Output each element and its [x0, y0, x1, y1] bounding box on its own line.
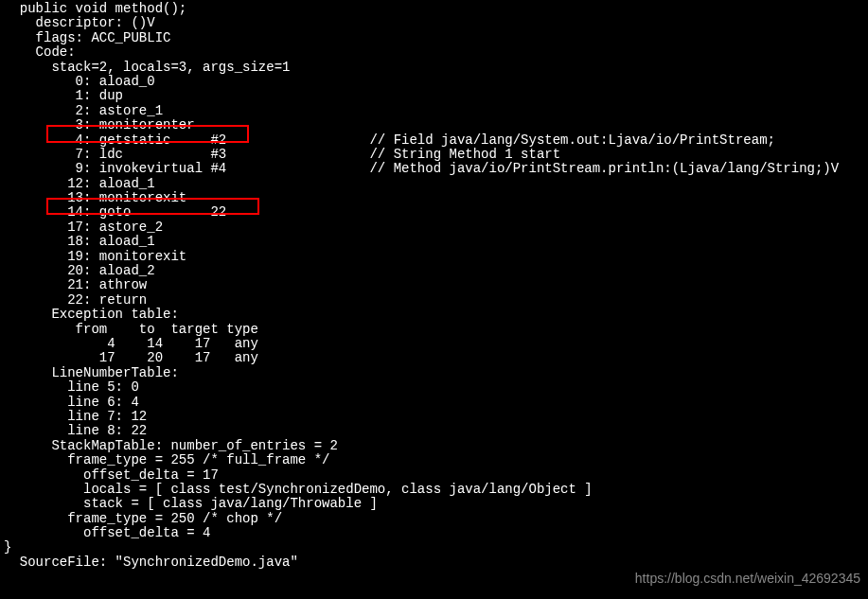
code-line: 9: invokevirtual #4 // Method java/io/Pr…: [4, 162, 864, 176]
code-line: 2: astore_1: [4, 104, 864, 118]
code-line: 3: monitorenter: [4, 118, 864, 132]
bytecode-listing: public void method(); descriptor: ()V fl…: [0, 0, 868, 572]
code-line: frame_type = 250 /* chop */: [4, 512, 864, 526]
code-line: Code:: [4, 45, 864, 60]
code-line: offset_delta = 17: [4, 468, 864, 483]
code-line: 1: dup: [4, 89, 864, 103]
code-line: 18: aload_1: [4, 235, 864, 249]
code-line: offset_delta = 4: [4, 526, 864, 540]
code-line: public void method();: [4, 2, 864, 16]
code-line: 22: return: [4, 293, 864, 308]
code-line: 17 20 17 any: [4, 351, 864, 365]
code-line: locals = [ class test/SynchronizedDemo, …: [4, 483, 864, 497]
code-line: 7: ldc #3 // String Method 1 start: [4, 148, 864, 162]
code-line: 21: athrow: [4, 278, 864, 292]
code-line: line 7: 12: [4, 410, 864, 424]
code-line: frame_type = 255 /* full_frame */: [4, 453, 864, 467]
code-line: Exception table:: [4, 308, 864, 322]
code-line: 0: aload_0: [4, 75, 864, 89]
code-line: 13: monitorexit: [4, 191, 864, 205]
code-line: 12: aload_1: [4, 177, 864, 191]
code-line: line 5: 0: [4, 380, 864, 395]
code-line: LineNumberTable:: [4, 366, 864, 380]
code-line: }: [4, 540, 864, 555]
code-line: line 8: 22: [4, 424, 864, 438]
code-line: stack = [ class java/lang/Throwable ]: [4, 497, 864, 511]
code-line: line 6: 4: [4, 396, 864, 410]
code-line: from to target type: [4, 323, 864, 337]
watermark: https://blog.csdn.net/weixin_42692345: [635, 571, 860, 586]
code-line: 14: goto 22: [4, 205, 864, 220]
code-line: 20: aload_2: [4, 264, 864, 278]
code-line: SourceFile: "SynchronizedDemo.java": [4, 555, 864, 570]
code-line: 19: monitorexit: [4, 250, 864, 264]
code-line: 17: astore_2: [4, 220, 864, 235]
code-line: flags: ACC_PUBLIC: [4, 31, 864, 45]
code-line: 4 14 17 any: [4, 337, 864, 351]
code-line: 4: getstatic #2 // Field java/lang/Syste…: [4, 133, 864, 148]
code-line: stack=2, locals=3, args_size=1: [4, 61, 864, 75]
code-line: StackMapTable: number_of_entries = 2: [4, 439, 864, 453]
code-line: descriptor: ()V: [4, 16, 864, 30]
